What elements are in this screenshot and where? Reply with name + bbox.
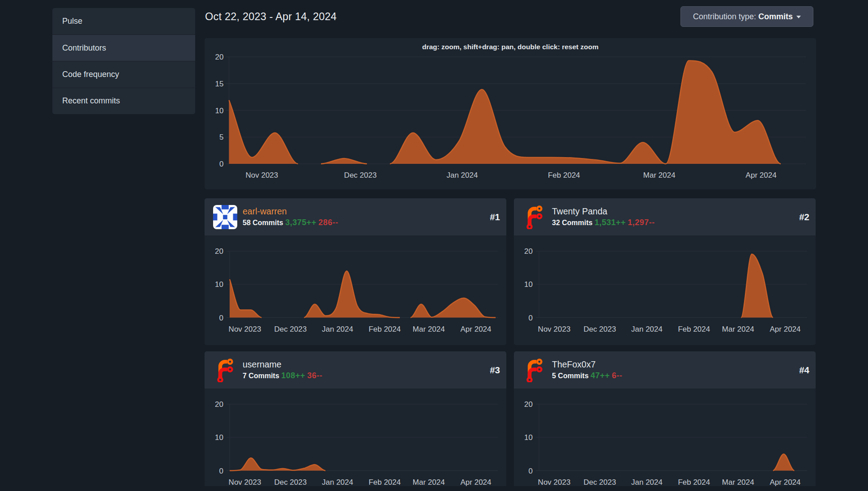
svg-text:Feb 2024: Feb 2024 <box>368 478 401 486</box>
svg-text:Jan 2024: Jan 2024 <box>322 478 353 486</box>
svg-text:Feb 2024: Feb 2024 <box>548 171 580 179</box>
svg-text:Apr 2024: Apr 2024 <box>461 478 492 486</box>
svg-text:Jan 2024: Jan 2024 <box>446 171 478 179</box>
svg-text:0: 0 <box>219 314 223 322</box>
svg-text:10: 10 <box>215 107 224 115</box>
svg-text:20: 20 <box>215 247 223 256</box>
svg-text:15: 15 <box>215 80 224 88</box>
svg-text:20: 20 <box>215 53 224 61</box>
svg-text:Jan 2024: Jan 2024 <box>631 325 663 333</box>
svg-text:Jan 2024: Jan 2024 <box>631 478 663 486</box>
svg-text:Feb 2024: Feb 2024 <box>678 325 710 333</box>
svg-text:Apr 2024: Apr 2024 <box>461 325 492 333</box>
svg-text:Dec 2023: Dec 2023 <box>583 325 616 333</box>
svg-text:Nov 2023: Nov 2023 <box>229 325 261 333</box>
svg-text:Nov 2023: Nov 2023 <box>229 478 261 486</box>
svg-text:10: 10 <box>524 280 533 289</box>
svg-text:Dec 2023: Dec 2023 <box>274 478 307 486</box>
svg-text:Jan 2024: Jan 2024 <box>322 325 353 333</box>
svg-text:Apr 2024: Apr 2024 <box>770 478 801 486</box>
svg-text:Mar 2024: Mar 2024 <box>413 478 445 486</box>
svg-text:0: 0 <box>529 314 533 322</box>
svg-text:Mar 2024: Mar 2024 <box>722 325 754 333</box>
svg-text:Mar 2024: Mar 2024 <box>643 171 676 179</box>
svg-text:Apr 2024: Apr 2024 <box>770 325 801 333</box>
svg-text:Feb 2024: Feb 2024 <box>678 478 710 486</box>
svg-text:0: 0 <box>219 160 223 168</box>
svg-text:10: 10 <box>524 433 533 442</box>
svg-text:Nov 2023: Nov 2023 <box>538 478 571 486</box>
svg-text:Nov 2023: Nov 2023 <box>538 325 571 333</box>
svg-text:Dec 2023: Dec 2023 <box>583 478 616 486</box>
svg-text:20: 20 <box>524 247 533 256</box>
svg-text:20: 20 <box>524 400 533 409</box>
svg-text:10: 10 <box>215 280 223 289</box>
svg-text:Apr 2024: Apr 2024 <box>746 171 777 179</box>
svg-text:Feb 2024: Feb 2024 <box>368 325 401 333</box>
svg-text:10: 10 <box>215 433 223 442</box>
svg-text:0: 0 <box>219 467 223 475</box>
svg-text:5: 5 <box>219 133 223 141</box>
svg-text:Dec 2023: Dec 2023 <box>344 171 377 179</box>
svg-text:Dec 2023: Dec 2023 <box>274 325 307 333</box>
svg-text:Mar 2024: Mar 2024 <box>413 325 445 333</box>
svg-text:Nov 2023: Nov 2023 <box>246 171 278 179</box>
svg-text:20: 20 <box>215 400 223 409</box>
svg-text:Mar 2024: Mar 2024 <box>722 478 754 486</box>
svg-text:0: 0 <box>529 467 533 475</box>
